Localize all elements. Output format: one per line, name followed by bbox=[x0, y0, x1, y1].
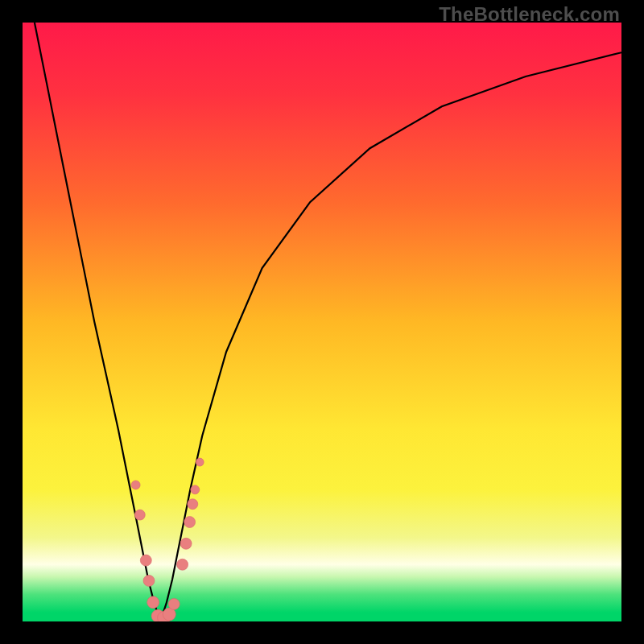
data-marker bbox=[168, 598, 180, 609]
data-marker bbox=[191, 485, 200, 494]
data-marker bbox=[188, 499, 198, 510]
data-marker bbox=[131, 481, 140, 489]
plot-area bbox=[23, 23, 621, 621]
data-marker bbox=[196, 458, 204, 466]
data-marker bbox=[184, 517, 196, 528]
data-marker bbox=[147, 597, 159, 609]
data-marker bbox=[143, 575, 155, 586]
data-marker bbox=[140, 555, 151, 566]
data-marker bbox=[180, 538, 192, 549]
gradient-background bbox=[23, 23, 621, 621]
outer-frame: TheBottleneck.com bbox=[0, 0, 644, 644]
data-marker bbox=[177, 559, 188, 570]
bottleneck-chart bbox=[23, 23, 621, 621]
data-marker bbox=[134, 510, 145, 520]
